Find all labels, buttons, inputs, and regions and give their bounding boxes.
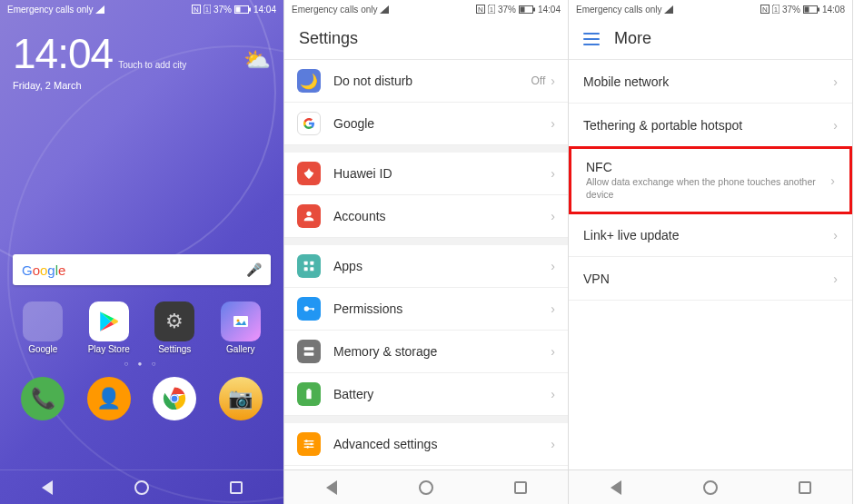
moon-icon: 🌙	[297, 69, 321, 93]
svg-point-10	[171, 395, 178, 402]
battery-pct: 37%	[498, 5, 516, 15]
svg-point-34	[306, 446, 309, 449]
chevron-right-icon: ›	[551, 259, 555, 273]
sim-icon: 1	[488, 5, 495, 14]
app-label: Play Store	[88, 344, 130, 354]
svg-text:1: 1	[205, 6, 209, 13]
menu-icon[interactable]	[583, 33, 600, 45]
nfc-icon: N	[476, 5, 485, 14]
recents-button[interactable]	[511, 479, 530, 497]
voice-mic-icon[interactable]: 🎤	[246, 262, 262, 277]
sim-icon: 1	[772, 5, 780, 14]
nav-bar	[284, 469, 568, 504]
svg-point-33	[310, 443, 313, 446]
more-screen: Emergency calls only N 1 37% 14:08 More …	[569, 0, 853, 504]
row-apps[interactable]: Apps ›	[284, 245, 568, 288]
home-screen: Emergency calls only N 1 37% 14:04 14:04…	[0, 0, 284, 504]
battery-pct: 37%	[782, 5, 800, 15]
more-list: Mobile network › Tethering & portable ho…	[569, 60, 852, 469]
dock-contacts[interactable]: 👤	[79, 377, 140, 420]
row-vpn[interactable]: VPN ›	[569, 257, 852, 301]
svg-rect-43	[804, 6, 809, 12]
row-label: Link+ live update	[583, 228, 833, 242]
carrier-text: Emergency calls only	[292, 5, 377, 15]
battery-pct: 37%	[214, 5, 232, 15]
row-link-plus[interactable]: Link+ live update ›	[569, 213, 852, 257]
status-bar: Emergency calls only N 1 37% 14:04	[0, 0, 283, 18]
battery-icon	[297, 382, 321, 406]
row-google[interactable]: Google ›	[284, 103, 568, 145]
header: More	[569, 18, 852, 60]
svg-rect-16	[533, 7, 535, 11]
row-label: Accounts	[333, 209, 551, 223]
app-google-folder[interactable]: Google	[13, 301, 74, 354]
row-accounts[interactable]: Accounts ›	[284, 195, 568, 238]
row-memory-storage[interactable]: Memory & storage ›	[284, 331, 568, 373]
app-play-store[interactable]: Play Store	[79, 301, 140, 354]
svg-rect-6	[233, 316, 248, 327]
svg-point-22	[304, 306, 309, 311]
svg-rect-20	[304, 267, 308, 271]
row-mobile-network[interactable]: Mobile network ›	[569, 60, 852, 104]
app-label: Settings	[158, 344, 191, 354]
chevron-right-icon: ›	[833, 74, 838, 89]
svg-rect-21	[310, 267, 313, 271]
signal-icon	[664, 5, 673, 14]
recents-button[interactable]	[227, 479, 245, 497]
row-do-not-disturb[interactable]: 🌙 Do not disturb Off ›	[284, 60, 568, 103]
back-button[interactable]	[38, 479, 56, 497]
add-city-link[interactable]: Touch to add city	[118, 60, 186, 70]
row-label: Advanced settings	[333, 437, 551, 451]
row-label: Tethering & portable hotspot	[583, 118, 833, 133]
app-settings[interactable]: ⚙ Settings	[144, 301, 205, 354]
dock-phone[interactable]: 📞	[13, 377, 74, 420]
lockscreen-clock: 14:04	[13, 29, 113, 78]
app-label: Google	[28, 344, 57, 354]
nfc-icon: N	[760, 5, 770, 14]
row-huawei-id[interactable]: Huawei ID ›	[284, 153, 568, 195]
home-button[interactable]	[133, 479, 151, 497]
row-nfc[interactable]: NFC Allow data exchange when the phone t…	[569, 146, 852, 214]
carrier-text: Emergency calls only	[7, 5, 93, 15]
row-value: Off	[531, 74, 546, 87]
row-tethering[interactable]: Tethering & portable hotspot ›	[569, 104, 852, 147]
key-icon	[297, 297, 321, 321]
google-search-bar[interactable]: Google 🎤	[13, 254, 271, 285]
clock-text: 14:04	[253, 5, 276, 15]
row-battery[interactable]: Battery ›	[284, 373, 568, 416]
svg-rect-25	[304, 347, 314, 350]
svg-text:1: 1	[490, 6, 493, 13]
google-logo: Google	[22, 262, 65, 278]
row-label: Permissions	[333, 301, 551, 316]
dock-camera[interactable]: 📷	[211, 377, 272, 420]
svg-rect-5	[249, 7, 251, 11]
recents-button[interactable]	[796, 479, 814, 497]
svg-rect-24	[313, 308, 313, 311]
svg-rect-18	[304, 262, 308, 265]
page-title: Settings	[284, 18, 568, 60]
signal-icon	[95, 5, 104, 14]
carrier-text: Emergency calls only	[576, 5, 661, 15]
chevron-right-icon: ›	[551, 387, 555, 401]
settings-screen: Emergency calls only N 1 37% 14:04 Setti…	[284, 0, 569, 504]
row-label: Memory & storage	[333, 344, 551, 359]
home-button[interactable]	[417, 479, 435, 497]
app-gallery[interactable]: Gallery	[211, 301, 272, 354]
person-icon	[297, 204, 321, 228]
weather-icon[interactable]: ⛅	[243, 47, 271, 73]
section-separator	[284, 145, 568, 153]
chevron-right-icon: ›	[833, 118, 838, 133]
row-permissions[interactable]: Permissions ›	[284, 288, 568, 331]
row-label: Apps	[333, 259, 551, 273]
nav-bar	[569, 469, 852, 504]
home-button[interactable]	[701, 479, 720, 497]
dock-chrome[interactable]	[144, 377, 205, 420]
back-button[interactable]	[607, 479, 625, 497]
back-button[interactable]	[323, 479, 341, 497]
status-bar: Emergency calls only N 1 37% 14:04	[284, 0, 568, 18]
row-advanced-settings[interactable]: Advanced settings ›	[284, 423, 568, 466]
row-label: Do not disturb	[333, 74, 531, 88]
huawei-icon	[297, 162, 321, 185]
svg-rect-26	[304, 352, 314, 355]
chevron-right-icon: ›	[551, 74, 555, 88]
